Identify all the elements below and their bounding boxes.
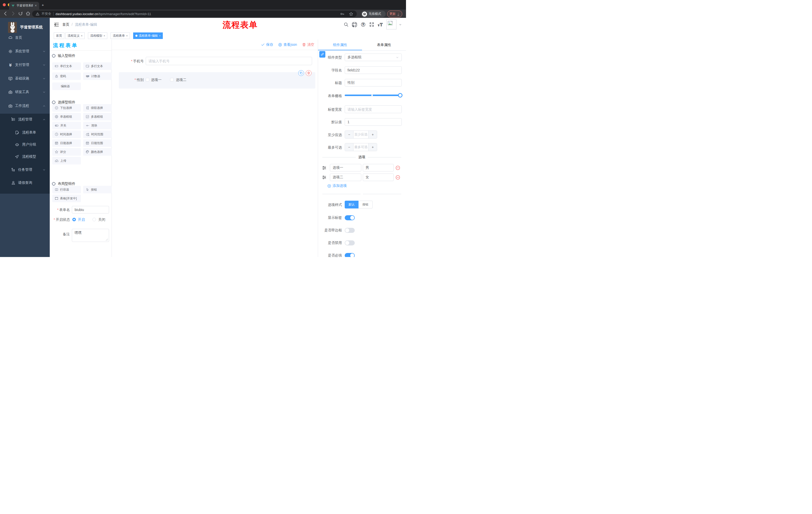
clear-button[interactable]: 清空	[302, 43, 314, 47]
tag-process-model[interactable]: 流程模型	[88, 32, 107, 39]
palette-item-date-range[interactable]: 日期范围	[83, 139, 112, 147]
palette-item-slider[interactable]: 滑块	[83, 122, 112, 129]
palette-item-editor[interactable]: 编辑器	[52, 82, 81, 90]
status-off-label[interactable]: 关闭	[98, 218, 105, 222]
sidebar-item-process-mgmt[interactable]: 流程管理	[0, 114, 50, 125]
palette-item-button[interactable]: 按钮	[83, 186, 112, 193]
tag-process-definition[interactable]: 流程定义	[65, 32, 85, 39]
slider-handle[interactable]	[398, 93, 403, 98]
tab-component-props[interactable]: 组件属性	[318, 43, 362, 47]
option-2-label-input[interactable]	[330, 173, 361, 181]
title-input[interactable]	[345, 79, 402, 86]
show-label-toggle[interactable]	[345, 215, 355, 220]
tag-home[interactable]: 首页	[54, 32, 64, 39]
new-tab-button[interactable]: +	[42, 3, 44, 7]
component-type-select[interactable]: 多选框组	[345, 54, 402, 61]
tag-close-icon[interactable]	[159, 34, 161, 37]
update-button[interactable]: 更新 ⋮	[387, 10, 402, 17]
toolbar-caret-icon[interactable]	[397, 14, 400, 17]
font-size-icon[interactable]	[378, 22, 383, 27]
status-on-label[interactable]: 开启	[78, 218, 85, 222]
breadcrumb-home[interactable]: 首页	[62, 22, 69, 26]
palette-item-upload[interactable]: 上传	[52, 157, 81, 164]
tab-close-icon[interactable]: ✕	[35, 4, 37, 7]
tag-close-icon[interactable]	[81, 34, 82, 37]
sidebar-item-process-model[interactable]: 流程模型	[0, 152, 50, 162]
default-value-input[interactable]	[345, 118, 402, 126]
max-placeholder[interactable]: 最多可选	[353, 143, 368, 151]
remove-option-icon[interactable]	[396, 165, 400, 170]
palette-item-row-container[interactable]: 行容器	[52, 186, 81, 193]
sidebar-item-devtools[interactable]: 研发工具	[0, 87, 50, 97]
search-icon[interactable]	[344, 22, 348, 27]
browser-tab[interactable]: 芋道管理系统 ✕	[9, 2, 39, 9]
option-1-label-input[interactable]	[330, 164, 361, 171]
style-button-button[interactable]: 按钮	[358, 201, 373, 209]
plus-button[interactable]: +	[368, 131, 377, 138]
copy-component-button[interactable]	[298, 70, 304, 76]
gender-option-2-label[interactable]: 选项二	[176, 78, 186, 82]
sidebar-item-system[interactable]: 系统管理	[0, 46, 50, 56]
delete-component-button[interactable]	[306, 70, 312, 76]
palette-item-table[interactable]: 表格[开发中]	[52, 195, 81, 202]
grid-slider[interactable]	[345, 94, 402, 96]
option-2-value-input[interactable]	[363, 173, 394, 181]
palette-item-rate[interactable]: 评分	[52, 148, 81, 156]
palette-item-color[interactable]: 颜色选择	[83, 148, 112, 156]
min-placeholder[interactable]: 至少应选	[353, 131, 368, 138]
palette-item-select[interactable]: 下拉选择	[52, 104, 81, 112]
minus-button[interactable]: −	[345, 131, 353, 138]
sidebar-item-infra[interactable]: 基础设施	[0, 74, 50, 83]
key-icon[interactable]	[340, 12, 344, 16]
avatar[interactable]	[386, 19, 397, 29]
form-name-input[interactable]	[72, 206, 109, 214]
sidebar-item-leave-query[interactable]: 请假查询	[0, 178, 50, 188]
phone-input[interactable]	[146, 57, 312, 65]
drag-handle-icon[interactable]	[322, 175, 326, 180]
traffic-close-button[interactable]	[3, 3, 6, 6]
forward-icon[interactable]	[10, 11, 16, 16]
gender-option-1-label[interactable]: 选项一	[151, 78, 162, 82]
sidebar-item-payment[interactable]: 支付管理	[0, 60, 50, 70]
status-radio-off[interactable]	[92, 218, 96, 221]
gender-checkbox-2[interactable]	[170, 78, 174, 81]
plus-button[interactable]: +	[368, 143, 377, 151]
help-icon[interactable]	[361, 22, 366, 27]
back-icon[interactable]	[3, 11, 8, 16]
bookmark-star-icon[interactable]	[349, 12, 353, 16]
palette-item-cascader[interactable]: 级联选择	[83, 104, 112, 112]
palette-item-switch[interactable]: 开关	[52, 122, 81, 129]
palette-item-time[interactable]: 时间选择	[52, 131, 81, 138]
field-name-input[interactable]	[345, 66, 402, 74]
option-1-value-input[interactable]	[363, 164, 394, 171]
save-button[interactable]: 保存	[261, 43, 273, 47]
palette-item-multi-text[interactable]: 多行文本	[83, 62, 112, 70]
palette-item-radio-group[interactable]: 单选框组	[52, 113, 81, 120]
disabled-toggle[interactable]	[345, 240, 355, 245]
minus-button[interactable]: −	[345, 143, 353, 151]
reload-icon[interactable]	[18, 11, 23, 16]
home-icon[interactable]	[26, 11, 30, 16]
palette-item-date[interactable]: 日期选择	[52, 139, 81, 147]
palette-item-time-range[interactable]: 时间范围	[83, 131, 112, 138]
address-bar[interactable]: 不安全 dashboard.yudao.iocoder.cn/bpm/manag…	[32, 10, 357, 17]
sidebar-item-task-mgmt[interactable]: 任务管理	[0, 165, 50, 175]
fullscreen-icon[interactable]	[369, 22, 374, 27]
label-width-input[interactable]	[345, 105, 402, 113]
palette-item-checkbox-group[interactable]: 多选框组	[83, 113, 112, 120]
sidebar-item-process-form[interactable]: 流程表单	[0, 128, 50, 138]
remove-option-icon[interactable]	[396, 175, 400, 180]
required-toggle[interactable]	[345, 253, 355, 257]
github-icon[interactable]	[352, 22, 357, 27]
form-remark-textarea[interactable]: 嘿嘿	[72, 229, 109, 242]
sidebar-item-home[interactable]: 首页	[0, 33, 50, 43]
gender-checkbox-1[interactable]	[146, 78, 149, 81]
style-default-button[interactable]: 默认	[345, 201, 358, 209]
avatar-caret-icon[interactable]	[399, 23, 402, 26]
tag-process-form[interactable]: 流程表单	[111, 32, 130, 39]
resize-handle-icon[interactable]	[106, 238, 108, 241]
view-json-button[interactable]: 查看json	[278, 43, 297, 47]
sidebar-item-user-group[interactable]: 用户分组	[0, 140, 50, 150]
tag-close-icon[interactable]	[126, 34, 127, 37]
add-option-button[interactable]: 添加选项	[327, 184, 347, 188]
